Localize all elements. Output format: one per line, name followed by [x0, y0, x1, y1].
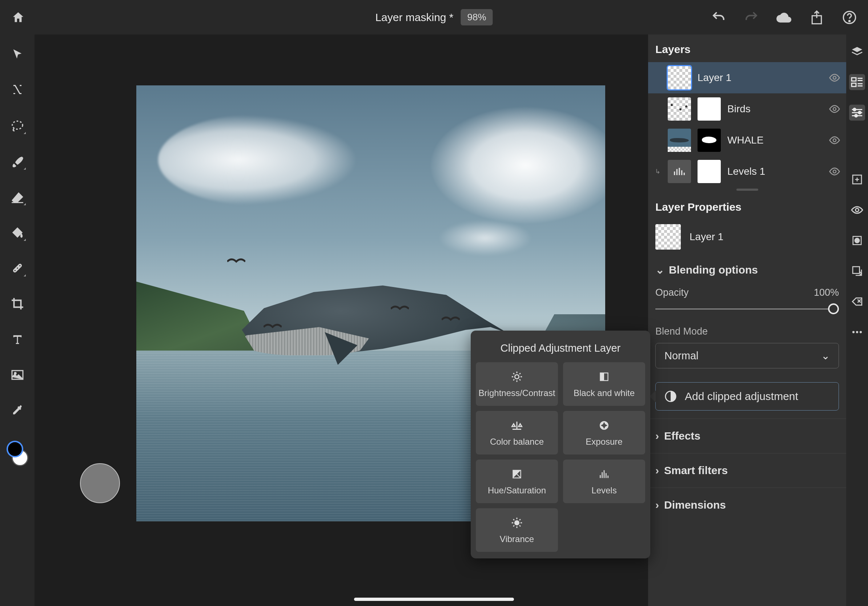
layer-name[interactable]: Birds: [727, 103, 822, 115]
layer-mask-thumbnail[interactable]: [698, 97, 721, 121]
fill-tool-icon[interactable]: [8, 223, 26, 241]
balance-icon: [510, 419, 524, 432]
layer-name[interactable]: Levels 1: [727, 166, 822, 177]
layer-row[interactable]: ↳ Levels 1: [648, 156, 846, 187]
layer-mask-thumbnail[interactable]: [698, 128, 721, 152]
more-rail-icon[interactable]: [849, 324, 865, 340]
layer-thumbnail[interactable]: [668, 128, 691, 152]
visibility-rail-icon[interactable]: [849, 202, 865, 218]
adjustment-brightness-contrast[interactable]: Brightness/Contrast: [476, 362, 558, 406]
brush-size-preview[interactable]: [80, 463, 120, 503]
cloud-shape: [158, 114, 358, 205]
bird-shape: [442, 314, 460, 325]
cloud-icon[interactable]: [777, 10, 792, 25]
popover-title: Clipped Adjustment Layer: [476, 337, 645, 362]
share-icon[interactable]: [809, 10, 825, 25]
opacity-slider[interactable]: [656, 303, 839, 314]
adjustment-exposure[interactable]: Exposure: [563, 411, 645, 454]
blend-mode-select[interactable]: Normal ⌄: [656, 343, 839, 368]
layer-row[interactable]: Layer 1: [648, 62, 846, 93]
add-layer-icon[interactable]: [849, 172, 865, 187]
home-icon[interactable]: [11, 10, 25, 25]
visibility-icon[interactable]: [829, 72, 840, 83]
selected-layer-row: Layer 1: [648, 220, 846, 254]
adjustment-levels[interactable]: Levels: [563, 459, 645, 503]
heal-tool-icon[interactable]: [8, 259, 26, 277]
layers-compact-icon[interactable]: [849, 43, 865, 60]
place-image-tool-icon[interactable]: [8, 366, 26, 384]
redo-icon[interactable]: [744, 10, 759, 25]
chevron-right-icon: ›: [656, 499, 659, 511]
layer-row[interactable]: WHALE: [648, 125, 846, 156]
mask-rail-icon[interactable]: [849, 232, 865, 249]
panel-resize-handle[interactable]: [648, 187, 846, 192]
eraser-tool-icon[interactable]: [8, 188, 26, 206]
effects-label: Effects: [664, 430, 701, 442]
adjustment-color-balance[interactable]: Color balance: [476, 411, 558, 454]
visibility-icon[interactable]: [829, 134, 840, 146]
svg-point-13: [833, 170, 836, 173]
document-title[interactable]: Layer masking *: [375, 11, 453, 24]
smart-filters-section[interactable]: › Smart filters: [648, 453, 846, 488]
adjustment-vibrance[interactable]: Vibrance: [476, 508, 558, 552]
move-tool-icon[interactable]: [8, 45, 26, 63]
layers-detail-icon[interactable]: [849, 74, 865, 90]
svg-point-17: [853, 108, 856, 111]
svg-point-11: [833, 108, 836, 110]
help-icon[interactable]: [842, 10, 857, 25]
layer-mask-thumbnail[interactable]: [698, 160, 721, 183]
eyedropper-tool-icon[interactable]: [8, 402, 26, 420]
svg-point-6: [17, 267, 18, 269]
popover-item-label: Vibrance: [500, 534, 534, 544]
delete-rail-icon[interactable]: [849, 294, 865, 309]
add-clipped-adjustment-button[interactable]: Add clipped adjustment: [656, 382, 839, 411]
type-tool-icon[interactable]: [8, 330, 26, 348]
blending-options-label: Blending options: [669, 264, 758, 276]
adjustment-icon: [665, 390, 677, 402]
svg-point-7: [19, 265, 20, 266]
svg-rect-15: [852, 78, 856, 81]
slider-thumb[interactable]: [828, 303, 839, 314]
undo-icon[interactable]: [711, 10, 726, 25]
clip-rail-icon[interactable]: [849, 263, 865, 279]
visibility-icon[interactable]: [829, 166, 840, 177]
adjustment-black-white[interactable]: Black and white: [563, 362, 645, 406]
dimensions-section[interactable]: › Dimensions: [648, 488, 846, 522]
smart-filters-label: Smart filters: [664, 464, 728, 477]
crop-tool-icon[interactable]: [8, 295, 26, 313]
blending-options-header[interactable]: ⌄ Blending options: [648, 254, 846, 283]
svg-point-26: [856, 331, 858, 333]
transform-tool-icon[interactable]: [8, 81, 26, 99]
foreground-color-swatch[interactable]: [6, 441, 23, 458]
right-rail: [846, 34, 868, 606]
layer-row[interactable]: Birds: [648, 93, 846, 125]
effects-section[interactable]: › Effects: [648, 419, 846, 453]
selected-layer-name[interactable]: Layer 1: [690, 231, 839, 243]
selected-layer-thumbnail[interactable]: [656, 224, 681, 250]
clipped-adjustment-popover: Clipped Adjustment Layer Brightness/Cont…: [471, 331, 650, 558]
chevron-down-icon: ⌄: [656, 263, 665, 276]
home-indicator: [354, 598, 514, 601]
popover-item-label: Hue/Saturation: [488, 485, 546, 496]
popover-item-label: Brightness/Contrast: [479, 388, 555, 398]
visibility-icon[interactable]: [829, 103, 840, 115]
svg-point-10: [833, 76, 836, 79]
svg-point-23: [855, 238, 860, 243]
svg-point-31: [515, 521, 519, 525]
adjustment-layer-thumbnail[interactable]: [668, 160, 691, 183]
popover-item-label: Exposure: [586, 437, 622, 447]
color-swatches[interactable]: [6, 441, 28, 466]
layer-list: Layer 1 Birds WHALE ↳ Levels 1: [648, 62, 846, 187]
zoom-badge[interactable]: 98%: [461, 9, 493, 25]
layer-thumbnail[interactable]: [668, 66, 691, 90]
blend-mode-label: Blend Mode: [648, 323, 846, 341]
top-bar: Layer masking * 98%: [0, 0, 868, 34]
layer-name[interactable]: Layer 1: [698, 72, 822, 83]
brush-tool-icon[interactable]: [8, 152, 26, 170]
add-clipped-adjustment-label: Add clipped adjustment: [685, 390, 798, 402]
layer-thumbnail[interactable]: [668, 97, 691, 121]
layer-name[interactable]: WHALE: [727, 134, 822, 146]
properties-icon[interactable]: [849, 105, 865, 121]
lasso-tool-icon[interactable]: [8, 117, 26, 135]
adjustment-hue-saturation[interactable]: Hue/Saturation: [476, 459, 558, 503]
